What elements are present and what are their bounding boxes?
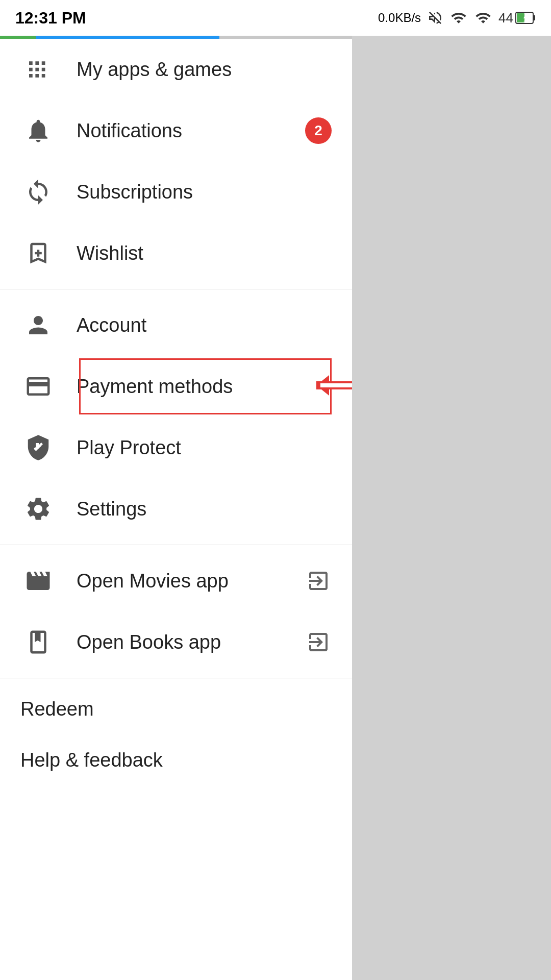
status-bar: 12:31 PM 0.0KB/s 44 <box>0 0 551 36</box>
navigation-drawer: My apps & games Notifications 2 Subscrip… <box>0 39 352 980</box>
battery-icon <box>515 11 536 25</box>
battery-container: 44 <box>498 10 536 26</box>
svg-rect-1 <box>533 15 535 20</box>
menu-item-wishlist[interactable]: Wishlist <box>0 223 352 284</box>
svg-rect-5 <box>320 383 352 387</box>
gear-icon <box>20 495 56 523</box>
menu-label-my-apps: My apps & games <box>77 59 332 81</box>
mute-icon <box>427 10 443 26</box>
external-link-movies-icon <box>305 568 332 594</box>
menu-label-notifications: Notifications <box>77 120 305 142</box>
apps-grid-icon <box>20 56 56 83</box>
status-icons: 0.0KB/s 44 <box>378 10 536 26</box>
battery-percent: 44 <box>498 10 513 26</box>
menu-label-help: Help & feedback <box>20 749 332 771</box>
menu-label-account: Account <box>77 314 332 336</box>
film-icon <box>20 567 56 595</box>
menu-item-open-books[interactable]: Open Books app <box>0 611 352 673</box>
menu-label-open-movies: Open Movies app <box>77 570 305 592</box>
bookmark-add-icon <box>20 239 56 267</box>
credit-card-icon <box>20 373 56 400</box>
menu-label-wishlist: Wishlist <box>77 242 332 264</box>
background-right-panel: Premium → he King of 6 ★ ooks <box>352 0 551 980</box>
sync-icon <box>20 178 56 206</box>
menu-item-open-movies[interactable]: Open Movies app <box>0 550 352 611</box>
network-speed: 0.0KB/s <box>378 11 421 25</box>
menu-item-payment-methods[interactable]: Payment methods <box>0 356 352 417</box>
progress-bar-green <box>0 36 36 39</box>
menu-label-play-protect: Play Protect <box>77 437 332 459</box>
book-icon <box>20 628 56 656</box>
menu-item-account[interactable]: Account <box>0 295 352 356</box>
wifi-icon <box>474 10 492 26</box>
bell-icon <box>20 117 56 144</box>
svg-rect-2 <box>517 13 524 22</box>
menu-item-settings[interactable]: Settings <box>0 478 352 540</box>
menu-label-payment-methods: Payment methods <box>77 376 332 398</box>
status-time: 12:31 PM <box>15 9 86 28</box>
person-icon <box>20 311 56 339</box>
menu-label-redeem: Redeem <box>20 698 332 720</box>
external-link-books-icon <box>305 629 332 655</box>
notifications-badge: 2 <box>305 117 332 144</box>
menu-item-play-protect[interactable]: Play Protect <box>0 417 352 478</box>
menu-label-subscriptions: Subscriptions <box>77 181 332 203</box>
menu-item-subscriptions[interactable]: Subscriptions <box>0 161 352 223</box>
divider-3 <box>0 678 352 678</box>
shield-play-icon <box>20 434 56 461</box>
menu-label-settings: Settings <box>77 498 332 520</box>
payment-arrow-indicator <box>306 370 352 403</box>
menu-label-open-books: Open Books app <box>77 631 305 653</box>
divider-1 <box>0 289 352 289</box>
menu-item-notifications[interactable]: Notifications 2 <box>0 100 352 161</box>
signal-icon <box>449 10 468 26</box>
menu-item-redeem[interactable]: Redeem <box>0 683 352 734</box>
progress-bar-blue <box>36 36 219 39</box>
divider-2 <box>0 545 352 545</box>
menu-item-help[interactable]: Help & feedback <box>0 734 352 786</box>
menu-item-my-apps[interactable]: My apps & games <box>0 39 352 100</box>
